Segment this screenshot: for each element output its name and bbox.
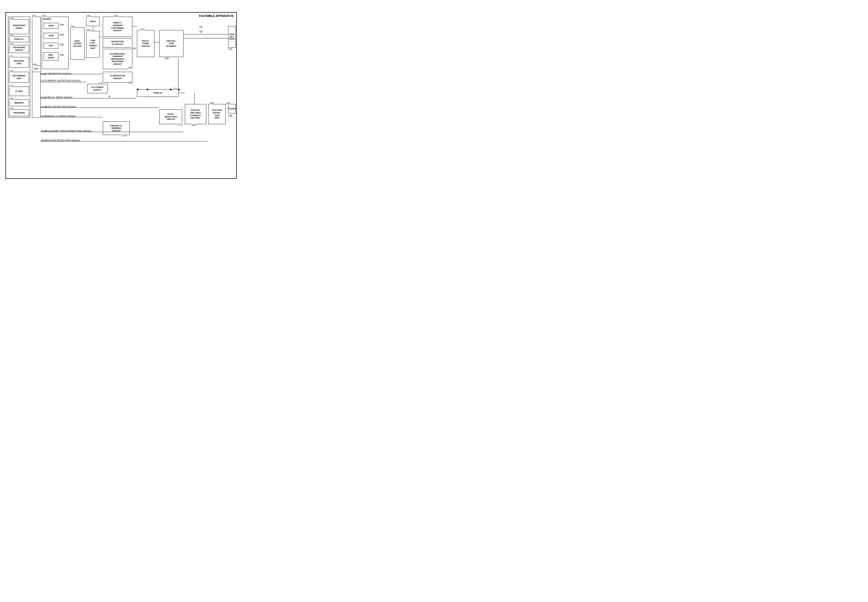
if-unit-box: IF UNIT <box>9 87 29 96</box>
operating-panel-box: OPERATING PANEL <box>9 19 29 34</box>
relay-to-disconn <box>179 93 185 93</box>
ref-119: 119 <box>9 34 13 37</box>
reading-unit-box: READING UNIT <box>9 57 29 68</box>
disconnecting-box: DISCON- NECTING/ CONNECT- ING UNIT <box>185 104 206 124</box>
ref-110: 110 <box>173 88 177 90</box>
rect-to-protect <box>154 42 159 43</box>
ref-102: 102 <box>42 14 46 17</box>
ref-128: 128 <box>228 114 232 117</box>
ref-108: 108 <box>128 81 132 84</box>
ref-104: 104 <box>86 14 90 17</box>
insulating-device-box: INSU- LATING DEVICE <box>71 28 85 60</box>
current-det-line <box>41 82 86 82</box>
ref-152: 152 <box>192 124 195 126</box>
ref-120: 120 <box>9 43 13 45</box>
ref-202: 202 <box>9 107 13 110</box>
dc-to-rectifying <box>132 26 137 26</box>
ref-129: 129 <box>226 102 230 104</box>
ci-detection-box: CI DETECTION CIRCUIT <box>103 72 132 83</box>
relay-dot-3 <box>170 89 172 91</box>
pstn-box: PSTN NET- WORK <box>228 26 236 48</box>
ref-230: 230 <box>165 57 169 60</box>
disconn-line <box>41 132 183 132</box>
ac-impedance-box: ALTERNATING- CURRENT IMPEDANCE MATCHING … <box>103 49 132 69</box>
l1-label: L1 <box>200 26 203 28</box>
ref-122: 122 <box>9 70 13 72</box>
register-box: REG- ISTER <box>43 52 58 60</box>
reception-if-box: RECEPTION IF CIRCUIT <box>103 38 132 48</box>
ref-155: 155 <box>132 47 135 50</box>
pseudo-ci-box: PSEUDO CI SENDING CIRCUIT <box>103 121 130 135</box>
ref-117: 117 <box>179 123 183 126</box>
ref-103: 103 <box>71 25 74 28</box>
ref-118: 118 <box>9 17 13 20</box>
rectifying-box: RECTI- FYING CIRCUIT <box>137 30 154 57</box>
hook-det-line <box>41 108 159 108</box>
display-box: DISPLAY <box>9 36 29 42</box>
ref-154: 154 <box>114 14 118 17</box>
voltage-line <box>41 141 208 141</box>
h-relay-box: H RELAY <box>137 89 179 97</box>
program-box: PROGRAM <box>9 109 29 116</box>
keyboard-group-box: KEYBOARD GROUP <box>9 45 29 53</box>
ref-200: 200 <box>32 63 36 66</box>
facsimile-title: FACSIMILE APPARATUS <box>199 14 234 17</box>
relay-dot-1 <box>137 89 139 91</box>
dc-capturing-box: DIRECT- CURRENT CAPTURING CIRCUIT <box>103 17 132 37</box>
relay-dot-4 <box>178 89 180 91</box>
ci-signal-line <box>41 74 102 74</box>
current-det-label: CURRENT DETECTION SIGNAL <box>45 79 81 82</box>
ref-203: 203 <box>60 23 64 26</box>
rom-box: ROM <box>43 23 58 29</box>
sdaa-to-linecap <box>93 26 93 31</box>
ref-156: 156 <box>128 66 132 69</box>
pseudo-ci-line <box>41 117 102 117</box>
phone-box: PHONE <box>228 104 236 114</box>
ref-101: 101 <box>32 14 36 17</box>
ref-204: 204 <box>60 33 64 36</box>
voltage-detection-box: VOLTAGE DETEC- TION UNIT <box>208 104 226 124</box>
h-relay-line <box>41 98 136 98</box>
ram-box: RAM <box>43 33 58 39</box>
ref-123: 123 <box>9 84 13 87</box>
recording-unit-box: RECORDING UNIT <box>9 72 29 83</box>
cpu-box: CPU <box>32 65 41 72</box>
ref-157: 157 <box>140 28 145 31</box>
ci-detection-signal-label: CI DETECTION SIGNAL <box>45 72 72 75</box>
ref-206: 206 <box>60 54 64 56</box>
l2-line <box>183 38 228 38</box>
dc-power-box: DC POWER SUPPLY <box>88 84 108 93</box>
relay-dot-2 <box>147 89 148 91</box>
ref-116: 116 <box>122 134 126 137</box>
ref-113: 113 <box>98 82 102 85</box>
line-cap-box: LINE CAP- TURING UNIT <box>86 31 100 58</box>
dsp-box: DSP <box>43 43 58 49</box>
ref-210: 210 <box>228 48 232 50</box>
protection-element-box: PROTEC- TION ELEMENT <box>159 30 183 57</box>
memory-box: MEMORY <box>9 100 29 106</box>
l2-label: L2 <box>200 30 203 33</box>
ground-symbol: ⏚ <box>108 94 110 98</box>
ref-150: 150 <box>209 102 214 104</box>
ref-140: 140 <box>9 97 13 100</box>
current-det-ref: 112 <box>41 79 45 82</box>
ci-vert-line <box>178 58 179 89</box>
ref-121: 121 <box>9 55 13 58</box>
diagram-container: FACSIMILE APPARATUS OPERATING PANEL 118 … <box>5 12 237 179</box>
hook-detection-box: HOOK DETECTION CIRCUIT <box>159 109 182 124</box>
ref-105: 105 <box>86 29 90 31</box>
ref-205: 205 <box>60 43 64 46</box>
sdaa-box: SDAA <box>86 17 100 26</box>
